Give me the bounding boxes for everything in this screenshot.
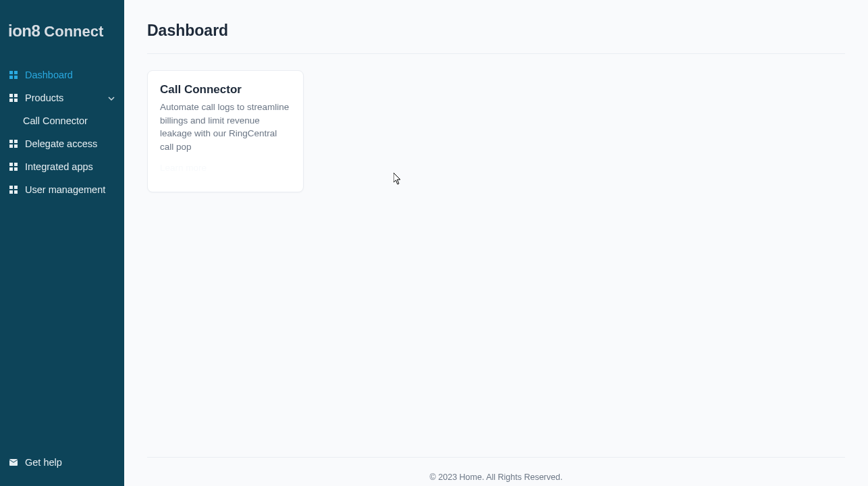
svg-rect-14 (9, 167, 13, 171)
card-title: Call Connector (160, 83, 291, 97)
svg-rect-4 (9, 94, 13, 97)
svg-rect-7 (14, 99, 18, 102)
sidebar-item-label: User management (25, 184, 105, 195)
sidebar-item-integrated-apps[interactable]: Integrated apps (0, 155, 124, 178)
main-content: Dashboard Call Connector Automate call l… (124, 0, 868, 486)
svg-rect-1 (14, 71, 18, 74)
grid-icon (9, 163, 18, 171)
svg-rect-6 (9, 99, 13, 102)
sidebar-nav: Dashboard Products Call Connector Delega… (0, 59, 124, 451)
cursor-icon (394, 173, 402, 185)
svg-rect-5 (14, 94, 18, 97)
svg-rect-18 (9, 190, 13, 194)
sidebar-item-user-management[interactable]: User management (0, 178, 124, 201)
svg-rect-16 (9, 186, 13, 189)
svg-rect-2 (9, 76, 13, 79)
footer-copyright: © 2023 Home. All Rights Reserved. (170, 467, 822, 482)
card-learn-more-link[interactable]: Learn more (160, 163, 291, 173)
page-title: Dashboard (147, 22, 845, 54)
sidebar-item-label: Call Connector (23, 115, 88, 126)
grid-icon (9, 71, 18, 79)
sidebar: ion8 Connect Dashboard Products Call (0, 0, 124, 486)
svg-rect-17 (14, 186, 18, 189)
sidebar-item-label: Integrated apps (25, 161, 93, 172)
svg-rect-10 (9, 144, 13, 148)
sidebar-subitem-call-connector[interactable]: Call Connector (0, 109, 124, 132)
sidebar-item-dashboard[interactable]: Dashboard (0, 63, 124, 86)
mail-icon (9, 459, 18, 466)
grid-icon (9, 186, 18, 194)
svg-rect-11 (14, 144, 18, 148)
grid-icon (9, 94, 18, 102)
footer: © 2023 Home. All Rights Reserved. (147, 457, 845, 486)
sidebar-item-get-help[interactable]: Get help (0, 451, 124, 474)
sidebar-item-delegate-access[interactable]: Delegate access (0, 132, 124, 155)
svg-rect-0 (9, 71, 13, 74)
svg-rect-19 (14, 190, 18, 194)
card-call-connector[interactable]: Call Connector Automate call logs to str… (147, 70, 304, 192)
sidebar-item-label: Products (25, 92, 63, 103)
card-description: Automate call logs to streamline billing… (160, 101, 291, 153)
svg-rect-13 (14, 163, 18, 166)
svg-rect-15 (14, 167, 18, 171)
svg-rect-9 (14, 140, 18, 143)
svg-rect-3 (14, 76, 18, 79)
sidebar-item-label: Delegate access (25, 138, 97, 149)
grid-icon (9, 140, 18, 148)
sidebar-item-label: Dashboard (25, 70, 73, 80)
chevron-down-icon (108, 94, 115, 102)
sidebar-item-label: Get help (25, 457, 62, 468)
logo: ion8 Connect (0, 0, 124, 59)
sidebar-item-products[interactable]: Products (0, 86, 124, 109)
svg-rect-8 (9, 140, 13, 143)
logo-product: Connect (44, 23, 103, 40)
sidebar-footer: Get help (0, 451, 124, 486)
svg-rect-12 (9, 163, 13, 166)
logo-brand: ion8 (8, 22, 40, 40)
